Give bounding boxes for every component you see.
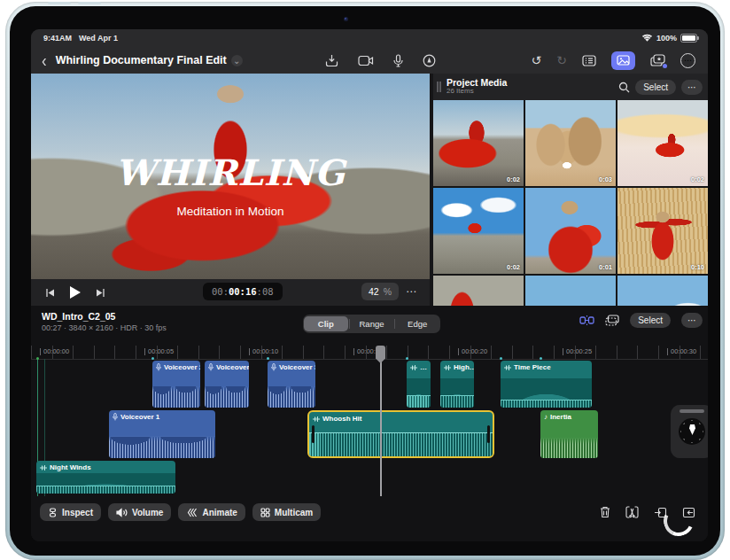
timeline-clip-info: 00:27 · 3840 × 2160 · HDR · 30 fps [42,323,167,332]
toolbar-right-icons: ↺ ↻ ⋯ [532,47,695,74]
timeline-clip-voiceover1[interactable]: Voiceover 1 [109,410,215,458]
jog-grip[interactable] [680,409,704,413]
media-thumbnail[interactable]: 0:01 [525,188,616,274]
notification-dot [663,64,667,68]
jog-dial[interactable] [679,418,705,445]
timeline-clip-voiceover3[interactable]: Voiceover 3 [268,361,315,408]
status-bar: 9:41AM Wed Apr 1 100% [31,29,708,47]
skip-forward-icon[interactable] [96,288,105,298]
multicam-button[interactable]: Multicam [252,503,321,521]
media-thumbnail[interactable] [525,276,616,306]
media-item-count: 26 Items [447,88,507,96]
clip-marker-dot [267,357,269,360]
browser-icon[interactable] [582,55,596,66]
media-more-button[interactable]: ⋯ [681,80,703,95]
media-thumbnail[interactable]: 0:10 [617,188,708,274]
timeline-more-button[interactable]: ⋯ [681,313,703,328]
draw-icon[interactable] [423,54,436,67]
wifi-icon [641,34,653,43]
volume-up-button[interactable] [48,2,71,4]
timecode-display[interactable]: 00:00:16:08 [203,283,283,300]
media-thumbnail[interactable] [433,276,524,306]
mode-range[interactable]: Range [350,316,394,331]
mode-edge[interactable]: Edge [395,316,439,331]
timeline-clip-night-winds[interactable]: Night Winds [36,461,175,494]
undo-icon[interactable]: ↺ [532,54,542,66]
microphone-icon[interactable] [393,54,403,67]
timeline-clip-voiceover2b[interactable]: Voiceover 2 [205,361,249,408]
timeline-clip-voiceover2a[interactable]: Voiceover 2 [152,361,200,408]
transport-bar: 00:00:16:08 42% ⋯ [31,279,430,306]
timeline-clip-whoosh-hit-selected[interactable]: Whoosh Hit [307,410,494,458]
duration-badge: 0:01 [599,263,612,271]
media-browser-button-active[interactable] [611,51,635,70]
ipad-bezel: 9:41AM Wed Apr 1 100% ‹ Whirling Documen… [10,6,720,556]
screen: 9:41AM Wed Apr 1 100% ‹ Whirling Documen… [31,29,708,541]
timeline-clip-audio-short[interactable]: … [407,361,431,408]
media-thumbnail[interactable]: 0:03 [525,100,616,186]
media-grid: 0:02 0:03 0:02 0:02 0:01 0:10 [433,100,708,306]
trash-icon[interactable] [600,506,610,518]
timeline-clip-name: WD_Intro_C2_05 [42,311,115,322]
jog-pointer [689,424,695,435]
video-viewer[interactable]: WHIRLING Meditation in Motion [31,74,430,279]
media-header: Project Media 26 Items Select ⋯ [433,74,708,100]
duration-badge: 0:02 [507,263,520,271]
chevron-down-icon[interactable]: ⌄ [231,55,243,66]
media-thumbnail[interactable]: 0:02 [617,100,708,186]
media-select-button[interactable]: Select [635,80,676,95]
effects-icon[interactable] [650,54,665,66]
media-thumbnail[interactable]: 0:02 [433,100,524,186]
timeline-ruler[interactable]: 00:00:00 00:00:05 00:00:10 00:00:15 00:0… [31,346,708,360]
edit-mode-segmented-control: Clip Range Edge [303,315,440,333]
video-title-overlay: WHIRLING [31,152,430,193]
clip-marker-dot [500,357,502,360]
battery-percent: 100% [656,34,677,43]
duration-badge: 0:10 [691,263,704,271]
media-thumbnail[interactable] [617,276,708,306]
inspect-button[interactable]: Inspect [40,503,101,521]
clip-marker-dot [36,357,39,360]
volume-button[interactable]: Volume [108,503,171,521]
timeline-select-button[interactable]: Select [630,313,671,328]
animate-button[interactable]: Animate [178,503,245,521]
volume-down-button[interactable] [78,2,101,4]
ruler-label: 00:00:20 [458,348,487,355]
clip-marker-dot [151,357,154,360]
viewer-more-icon[interactable]: ⋯ [406,285,417,298]
mode-clip[interactable]: Clip [304,316,348,331]
import-icon[interactable] [325,54,338,67]
redo-icon[interactable]: ↻ [556,54,567,66]
camera-icon[interactable] [358,55,374,66]
magnetic-timeline-icon[interactable] [579,315,594,326]
skip-back-icon[interactable] [45,288,55,298]
jog-wheel[interactable] [671,405,708,458]
back-chevron-icon[interactable]: ‹ [42,51,47,69]
duration-badge: 0:03 [599,175,612,183]
timeline-header: WD_Intro_C2_05 00:27 · 3840 × 2160 · HDR… [31,306,708,343]
trim-handle-right[interactable] [487,425,490,443]
duration-badge: 0:02 [507,175,520,183]
ruler-label: 00:00:00 [40,348,69,355]
more-icon[interactable]: ⋯ [680,53,695,68]
play-button[interactable] [70,286,81,299]
timeline-clip-time-piece[interactable]: Time Piece [501,361,592,408]
zoom-level[interactable]: 42% [361,283,399,300]
panel-grip[interactable] [437,82,439,92]
search-icon[interactable] [618,82,630,93]
date: Wed Apr 1 [79,34,118,43]
clock: 9:41AM [43,34,72,43]
timeline-clip-inertia[interactable]: ♪Inertia [540,410,598,458]
ruler-label: 00:00:10 [249,348,278,355]
overlay-clips-icon[interactable] [605,315,619,326]
trim-handle-left[interactable] [312,425,315,443]
ruler-label: 00:00:25 [563,348,592,355]
clip-marker-dot [540,357,542,360]
project-title[interactable]: Whirling Documentary Final Edit [56,54,227,66]
duration-badge: 0:02 [691,175,704,183]
playhead-line[interactable] [380,346,382,496]
timeline-clip-high[interactable]: High… [440,361,474,408]
media-thumbnail[interactable]: 0:02 [433,188,524,274]
timeline-tracks[interactable]: Voiceover 2 Voiceover 2 Voiceover 3 … [31,359,708,496]
blade-split-icon[interactable] [625,506,639,518]
